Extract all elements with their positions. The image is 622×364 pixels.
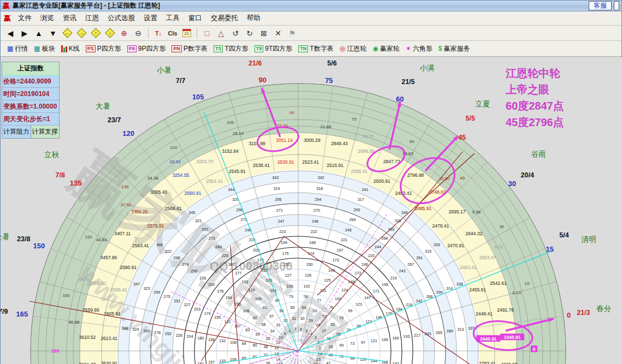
price-inner-value: 2470.91 bbox=[447, 243, 464, 248]
9t-square-button[interactable]: T99T四方形 bbox=[252, 43, 295, 55]
back-icon[interactable]: ◀ bbox=[4, 27, 17, 39]
toolbar-separator bbox=[148, 28, 149, 39]
down-arrow-icon[interactable]: ▼ bbox=[46, 27, 60, 39]
p-square-icon: PS bbox=[86, 45, 96, 52]
menu-江恩[interactable]: 江恩 bbox=[81, 12, 103, 25]
box-x-icon[interactable]: ⊠ bbox=[257, 27, 270, 39]
menu-交易委托[interactable]: 交易委托 bbox=[206, 12, 242, 25]
t-updown-icon[interactable]: T↓ bbox=[152, 27, 165, 39]
forward-icon[interactable]: ▶ bbox=[18, 27, 31, 39]
gann-wheel-button[interactable]: ◎江恩轮 bbox=[337, 43, 369, 55]
calc-support-button[interactable]: 计算支撑 bbox=[31, 126, 60, 138]
p-table-button[interactable]: PNP数字表 bbox=[169, 43, 210, 55]
spiral-number: 193 bbox=[403, 334, 410, 339]
spiral-number: 57 bbox=[269, 314, 274, 319]
spiral-number: 294 bbox=[315, 197, 322, 202]
menu-工具[interactable]: 工具 bbox=[162, 12, 184, 25]
9p-square-button[interactable]: P99P四方形 bbox=[125, 43, 168, 55]
diamond-up-icon[interactable]: ↑ bbox=[89, 27, 102, 39]
spiral-number: 178 bbox=[217, 289, 223, 294]
spiral-number: 35 bbox=[266, 336, 270, 341]
calendar-icon[interactable]: 21 bbox=[180, 27, 193, 39]
spiral-number: 147 bbox=[364, 295, 371, 300]
diamond-down-icon[interactable]: ↓ bbox=[103, 27, 116, 39]
spiral-number: 289 bbox=[447, 329, 453, 333]
quotes-button[interactable]: ▦行情 bbox=[5, 43, 30, 55]
triangle-tool-icon[interactable]: △ bbox=[215, 27, 228, 39]
service-button[interactable]: 客服 bbox=[589, 1, 612, 10]
price-outer-value: 3457.96 bbox=[100, 255, 117, 260]
expand-icon[interactable]: ✕ bbox=[271, 27, 285, 39]
menu-设置[interactable]: 设置 bbox=[139, 12, 162, 25]
spiral-number: 54 bbox=[301, 305, 306, 310]
percent-value: 18.75 bbox=[363, 134, 374, 139]
diamond-left-icon[interactable]: ← bbox=[61, 27, 74, 39]
price-outer-value: 3356.26 bbox=[131, 209, 148, 214]
inner-degree-label: 105 bbox=[227, 120, 234, 125]
zoom-out-icon[interactable]: ⊖ bbox=[132, 27, 145, 39]
price-inner-value: 2598.41 bbox=[110, 287, 127, 293]
degree-label: 165 bbox=[16, 310, 28, 318]
gann-wheel-canvas[interactable]: 赢家财富网www.yingjia360.comQQ:10080036012345… bbox=[1, 57, 622, 364]
spiral-number: 27 bbox=[322, 329, 327, 333]
t-square-icon: TS bbox=[214, 45, 223, 52]
inner-degree-label: 90 bbox=[289, 110, 294, 115]
price-outer-value: 3051.14 bbox=[276, 138, 293, 143]
degree-label: 0 bbox=[567, 311, 571, 319]
winner-wheel-button[interactable]: ◉赢家轮 bbox=[370, 43, 401, 55]
date-label: 7/7 bbox=[176, 77, 185, 85]
cls-button[interactable]: Cls bbox=[166, 27, 179, 39]
price-inner-value: 2500.91 bbox=[374, 178, 390, 184]
price-outer-value: 2491.76 bbox=[497, 307, 514, 313]
menu-资讯[interactable]: 资讯 bbox=[58, 12, 81, 25]
p-square-button[interactable]: PSP四方形 bbox=[84, 43, 123, 55]
t-table-button[interactable]: TNT数字表 bbox=[296, 43, 335, 55]
hexagon-button[interactable]: ✶六角形 bbox=[404, 43, 435, 55]
menu-窗口[interactable]: 窗口 bbox=[184, 12, 206, 25]
spiral-number: 144 bbox=[371, 359, 377, 363]
kline-button[interactable]: K线 bbox=[59, 43, 82, 55]
flag-icon[interactable]: ⚑ bbox=[286, 27, 299, 39]
zero-chip: 0 bbox=[533, 347, 536, 352]
spiral-number: 226 bbox=[199, 276, 206, 281]
menu-浏览[interactable]: 浏览 bbox=[36, 12, 58, 25]
diamond-right-icon[interactable]: → bbox=[75, 27, 88, 39]
spiral-number: 3 bbox=[315, 335, 317, 340]
rotate-ccw-icon[interactable]: ↺ bbox=[229, 27, 242, 39]
t-table-button-label: T数字表 bbox=[310, 44, 333, 53]
rotate-cw-icon[interactable]: ↻ bbox=[243, 27, 256, 39]
price-outer-value: 3508.81 bbox=[90, 281, 106, 286]
price-inner-value: 2455.91 bbox=[469, 287, 486, 293]
up-arrow-icon[interactable]: ▲ bbox=[32, 27, 45, 39]
rect-tool-icon[interactable]: □ bbox=[200, 27, 214, 39]
spiral-number: 79 bbox=[289, 294, 293, 299]
spiral-number: 15 bbox=[279, 362, 283, 364]
winner-service-button[interactable]: $赢家服务 bbox=[436, 43, 472, 55]
menu-帮助[interactable]: 帮助 bbox=[242, 12, 265, 25]
kline-icon bbox=[61, 45, 67, 52]
spiral-number: 321 bbox=[195, 218, 202, 223]
spiral-number: 30 bbox=[300, 316, 305, 321]
sectors-icon: ▩ bbox=[34, 45, 40, 52]
spiral-number: 252 bbox=[165, 331, 171, 336]
spiral-number: 53 bbox=[313, 308, 317, 313]
spiral-number: 49 bbox=[339, 343, 343, 348]
spiral-number: 1 bbox=[319, 345, 321, 350]
inner-degree-label: 30 bbox=[499, 224, 504, 229]
spiral-number: 222 bbox=[311, 229, 317, 234]
spiral-number: 292 bbox=[388, 227, 394, 232]
zoom-in-icon[interactable]: ⊕ bbox=[117, 27, 131, 39]
calc-resistance-button[interactable]: 计算阻力 bbox=[2, 126, 31, 138]
spiral-number: 317 bbox=[358, 197, 364, 202]
spiral-number: 47 bbox=[326, 361, 330, 364]
clipped-button[interactable] bbox=[614, 1, 619, 10]
sectors-button[interactable]: ▩板块 bbox=[32, 43, 57, 55]
spiral-number: 275 bbox=[164, 294, 170, 299]
date-label: 21/5 bbox=[401, 78, 414, 86]
price-inner-value: 2463.41 bbox=[460, 265, 477, 270]
menu-公式选股[interactable]: 公式选股 bbox=[103, 12, 139, 25]
spiral-number: 251 bbox=[174, 299, 180, 303]
t-square-button[interactable]: TST四方形 bbox=[211, 43, 251, 55]
menu-文件[interactable]: 文件 bbox=[14, 12, 36, 25]
inner-180-label: 180 bbox=[51, 348, 59, 354]
